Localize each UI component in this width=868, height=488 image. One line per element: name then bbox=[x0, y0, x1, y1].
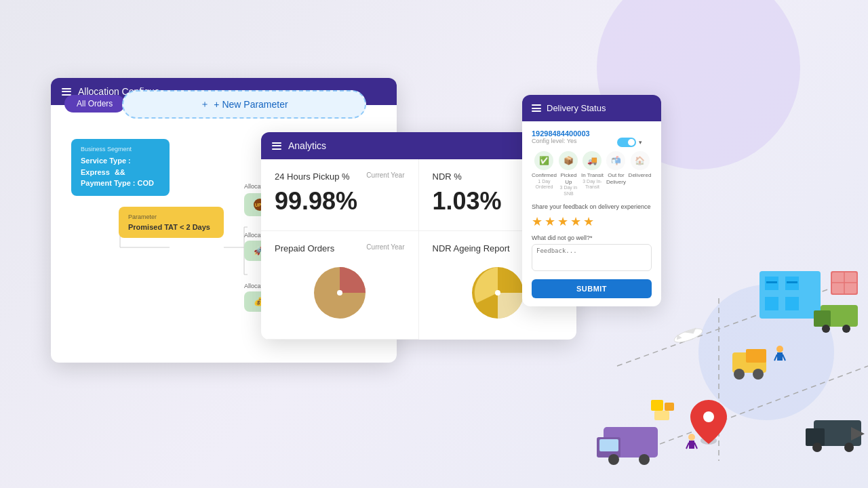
prepaid-pie-chart bbox=[275, 259, 405, 327]
param-label: Parameter bbox=[128, 214, 214, 220]
prepaid-sub: Current Year bbox=[366, 243, 404, 251]
pickup-value: 99.98% bbox=[275, 187, 405, 216]
toggle-chevron[interactable]: ▾ bbox=[639, 139, 642, 146]
svg-line-55 bbox=[694, 443, 697, 449]
svg-point-24 bbox=[753, 369, 764, 380]
star-4[interactable]: ★ bbox=[570, 214, 581, 229]
star-3[interactable]: ★ bbox=[557, 214, 568, 229]
tracking-section: 19298484400003 Config level: Yes ▾ bbox=[532, 129, 652, 144]
star-rating[interactable]: ★ ★ ★ ★ ★ bbox=[532, 214, 652, 229]
pickup-sub: Current Year bbox=[366, 171, 404, 179]
analytics-title: Analytics bbox=[288, 140, 326, 151]
parameter-node: Parameter Promised TAT < 2 Days bbox=[119, 207, 224, 238]
status-steps: ✅ Confirmed 1 Day Ordered 📦 Picked Up 3 … bbox=[532, 151, 652, 197]
feedback-label: Share your feedback on delivery experien… bbox=[532, 203, 652, 210]
svg-line-54 bbox=[686, 443, 689, 449]
new-parameter-button[interactable]: ＋ + New Parameter bbox=[122, 90, 366, 119]
svg-point-41 bbox=[812, 443, 822, 452]
ndr-ageing-title: NDR Ageing Report bbox=[433, 243, 510, 253]
svg-point-28 bbox=[608, 454, 619, 465]
intransit-label: In Transit 3 Day In-Transit bbox=[580, 172, 604, 190]
step-out-delivery: 📬 Out for Delivery bbox=[604, 151, 628, 197]
toggle-switch[interactable] bbox=[617, 138, 636, 147]
svg-rect-30 bbox=[599, 439, 618, 451]
analytics-hamburger-icon[interactable] bbox=[272, 142, 281, 150]
prepaid-card-top: Prepaid Orders Current Year bbox=[275, 243, 405, 253]
svg-point-29 bbox=[639, 454, 650, 465]
svg-point-48 bbox=[776, 346, 783, 352]
svg-rect-49 bbox=[777, 352, 783, 361]
pickedup-label: Picked Up 3 Day in SNB bbox=[557, 172, 580, 197]
tracking-id: 19298484400003 bbox=[532, 129, 652, 138]
delivery-title: Delivery Status bbox=[547, 103, 606, 113]
step-intransit: 🚚 In Transit 3 Day In-Transit bbox=[580, 151, 604, 197]
out-delivery-icon: 📬 bbox=[606, 151, 625, 170]
intransit-icon: 🚚 bbox=[583, 151, 601, 170]
new-param-plus: ＋ bbox=[200, 98, 210, 110]
svg-rect-57 bbox=[665, 403, 674, 411]
svg-rect-56 bbox=[651, 400, 663, 411]
business-segment-node: Business Segment Service Type : Express … bbox=[71, 139, 170, 196]
svg-rect-20 bbox=[766, 281, 777, 283]
step-delivered: 🏠 Delivered bbox=[628, 151, 652, 197]
svg-rect-21 bbox=[787, 281, 797, 283]
tracking-toggle[interactable]: ▾ bbox=[617, 138, 642, 147]
pickup-title: 24 Hours Pickup % bbox=[275, 171, 350, 182]
svg-rect-19 bbox=[785, 297, 799, 310]
svg-line-51 bbox=[783, 354, 785, 361]
ndr-title: NDR % bbox=[433, 171, 462, 182]
svg-point-34 bbox=[842, 325, 850, 333]
svg-point-11 bbox=[495, 290, 500, 296]
svg-point-44 bbox=[703, 411, 714, 422]
step-confirmed: ✅ Confirmed 1 Day Ordered bbox=[532, 151, 557, 197]
hamburger-icon[interactable] bbox=[62, 88, 71, 96]
svg-rect-18 bbox=[765, 297, 778, 310]
svg-point-9 bbox=[337, 290, 342, 296]
step-pickedup: 📦 Picked Up 3 Day in SNB bbox=[557, 151, 580, 197]
pickup-card-top: 24 Hours Pickup % Current Year bbox=[275, 171, 405, 182]
svg-point-23 bbox=[734, 369, 745, 380]
param-content: Promised TAT < 2 Days bbox=[128, 223, 214, 231]
prepaid-title: Prepaid Orders bbox=[275, 243, 334, 253]
svg-rect-32 bbox=[814, 310, 831, 327]
svg-point-33 bbox=[822, 325, 830, 333]
new-param-label: + New Parameter bbox=[214, 99, 288, 110]
confirmed-icon: ✅ bbox=[534, 151, 553, 170]
iso-svg bbox=[583, 230, 868, 488]
all-orders-button[interactable]: All Orders bbox=[64, 95, 125, 113]
svg-rect-53 bbox=[689, 441, 694, 449]
confirmed-label: Confirmed 1 Day Ordered bbox=[532, 172, 557, 190]
svg-rect-58 bbox=[654, 411, 669, 420]
bs-label: Business Segment bbox=[81, 146, 160, 152]
star-2[interactable]: ★ bbox=[545, 214, 555, 229]
delivered-icon: 🏠 bbox=[631, 151, 650, 170]
prepaid-card: Prepaid Orders Current Year bbox=[261, 231, 419, 340]
delivery-hamburger-icon[interactable] bbox=[532, 104, 541, 112]
pickedup-icon: 📦 bbox=[559, 151, 578, 170]
svg-line-50 bbox=[774, 354, 777, 361]
isometric-illustration bbox=[583, 230, 868, 488]
svg-point-52 bbox=[688, 434, 695, 441]
svg-rect-25 bbox=[746, 349, 766, 363]
out-delivery-label: Out for Delivery bbox=[604, 172, 628, 185]
star-5[interactable]: ★ bbox=[583, 214, 594, 229]
delivery-header: Delivery Status bbox=[522, 95, 661, 121]
bs-content: Service Type : Express && Payment Type :… bbox=[81, 155, 160, 189]
svg-point-42 bbox=[844, 443, 854, 452]
delivered-label: Delivered bbox=[629, 172, 652, 179]
star-1[interactable]: ★ bbox=[532, 214, 542, 229]
pickup-card: 24 Hours Pickup % Current Year 99.98% bbox=[261, 159, 419, 231]
